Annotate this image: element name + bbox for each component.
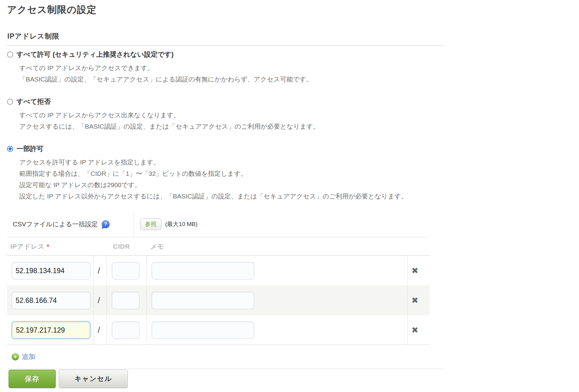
add-icon: +: [12, 353, 19, 360]
description-line: すべての IP アドレスからアクセスできます。: [19, 62, 444, 74]
radio-option-deny-all: すべて拒否 すべての IP アドレスからアクセス出来なくなります。 アクセスする…: [7, 97, 444, 132]
csv-bulk-upload-row: CSVファイルによる一括設定 ? 参照 (最大10 MB): [7, 211, 430, 237]
radio-allow-all-label: すべて許可 (セキュリティ上推奨されない設定です): [17, 50, 174, 59]
description-line: 設定可能な IP アドレスの数は2900です。: [19, 179, 444, 190]
cidr-input[interactable]: [112, 262, 139, 279]
radio-partial-allow-description: アクセスを許可する IP アドレスを指定します。 範囲指定する場合は、「CIDR…: [19, 156, 444, 202]
delete-row-icon[interactable]: ✖: [411, 266, 418, 276]
delete-row-icon[interactable]: ✖: [411, 296, 418, 305]
radio-partial-allow-label: 一部許可: [17, 144, 44, 153]
description-line: アクセスを許可する IP アドレスを指定します。: [19, 156, 444, 168]
section-heading-ip-restriction: IPアドレス制限: [7, 32, 444, 40]
footer-actions: 保存 キャンセル: [7, 369, 444, 388]
add-icon-glyph: +: [13, 353, 17, 360]
memo-input[interactable]: [152, 262, 254, 279]
column-divider: [107, 256, 107, 345]
csv-upload-label: CSVファイルによる一括設定: [13, 220, 98, 228]
ip-address-input[interactable]: [12, 262, 90, 279]
table-row: / ✖: [7, 256, 430, 285]
help-icon[interactable]: ?: [102, 220, 110, 228]
column-divider: [93, 256, 94, 345]
table-row: / ✖: [7, 315, 430, 345]
radio-option-allow-all: すべて許可 (セキュリティ上推奨されない設定です) すべての IP アドレスから…: [7, 50, 444, 85]
memo-input[interactable]: [152, 292, 254, 309]
ip-table-header: IPアドレス* CIDR メモ: [7, 237, 430, 256]
column-header-memo: メモ: [150, 242, 164, 251]
column-header-ip: IPアドレス*: [10, 242, 50, 251]
browse-button[interactable]: 参照: [140, 218, 161, 230]
help-icon-glyph: ?: [104, 221, 107, 227]
radio-allow-all-description: すべての IP アドレスからアクセスできます。 「BASIC認証」の設定、「セキ…: [19, 62, 444, 85]
memo-input[interactable]: [152, 321, 254, 339]
section-divider: [7, 45, 444, 46]
radio-partial-allow[interactable]: [7, 146, 13, 152]
csv-max-size-note: (最大10 MB): [165, 220, 198, 228]
radio-deny-all[interactable]: [7, 99, 13, 105]
cancel-button[interactable]: キャンセル: [59, 370, 128, 388]
radio-option-partial-allow: 一部許可 アクセスを許可する IP アドレスを指定します。 範囲指定する場合は、…: [7, 144, 444, 202]
description-line: 範囲指定する場合は、「CIDR」に「1」〜「32」ビットの数値を指定します。: [19, 168, 444, 179]
radio-deny-all-label: すべて拒否: [17, 97, 51, 106]
radio-deny-all-description: すべての IP アドレスからアクセス出来なくなります。 アクセスするには、「BA…: [19, 109, 444, 132]
cidr-slash-separator: /: [98, 325, 100, 335]
description-line: アクセスするには、「BASIC認証」の設定、または「セキュアアクセス」のご利用が…: [19, 121, 444, 132]
ip-address-input[interactable]: [12, 292, 90, 309]
cidr-slash-separator: /: [98, 296, 100, 305]
add-row-link[interactable]: + 追加: [12, 352, 35, 361]
page-title: アクセス制限の設定: [7, 4, 444, 15]
save-button[interactable]: 保存: [9, 370, 56, 388]
cidr-slash-separator: /: [98, 266, 100, 275]
required-asterisk: *: [47, 243, 50, 250]
csv-column-divider: [134, 211, 134, 237]
description-line: 設定した IP アドレス以外からアクセスするには、「BASIC認証」の設定、また…: [19, 190, 444, 202]
ip-table-body: / ✖ / ✖ / ✖: [7, 256, 430, 345]
table-row: / ✖: [7, 285, 430, 315]
column-divider: [407, 256, 408, 345]
ip-address-input-focused[interactable]: [12, 321, 90, 339]
radio-allow-all[interactable]: [7, 51, 13, 58]
cidr-input[interactable]: [112, 292, 139, 309]
column-header-ip-label: IPアドレス: [10, 243, 45, 250]
access-restriction-settings-page: アクセス制限の設定 IPアドレス制限 すべて許可 (セキュリティ上推奨されない設…: [7, 0, 444, 388]
cidr-input[interactable]: [112, 321, 139, 339]
add-row-container: + 追加: [7, 345, 430, 369]
description-line: すべての IP アドレスからアクセス出来なくなります。: [19, 109, 444, 121]
delete-row-icon[interactable]: ✖: [411, 325, 418, 335]
column-divider: [146, 256, 147, 345]
add-row-label: 追加: [22, 352, 35, 361]
column-header-cidr: CIDR: [113, 243, 130, 250]
description-line: 「BASIC認証」の設定、「セキュアアクセス」による認証の有無にかかわらず、アク…: [19, 74, 444, 85]
